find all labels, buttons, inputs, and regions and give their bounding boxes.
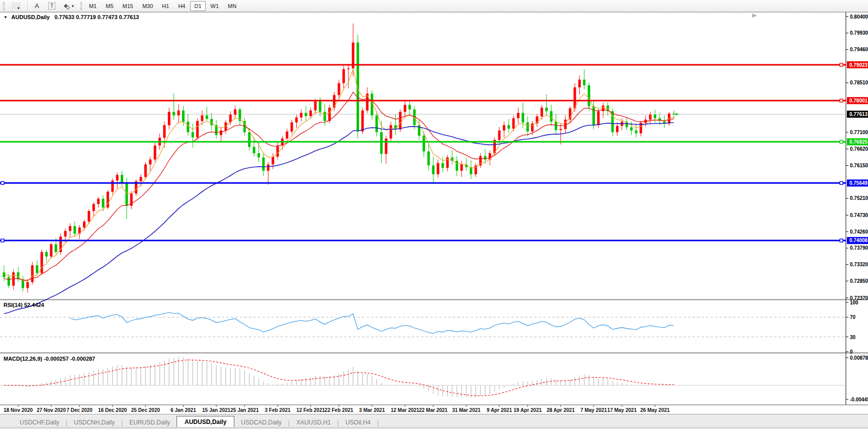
candle-body — [361, 111, 364, 132]
date-tick-label: 27 Nov 2020 — [37, 407, 66, 413]
timeframe-d1-button[interactable]: D1 — [190, 1, 205, 11]
text-label-tool-button[interactable]: T — [44, 1, 60, 11]
date-tick-label: 6 Jan 2021 — [170, 407, 196, 413]
candle-body — [555, 122, 557, 130]
candle-body — [404, 105, 406, 112]
candle-body — [512, 118, 515, 129]
candle-body — [272, 157, 274, 164]
candle-body — [163, 125, 165, 138]
grid-dots-icon: F — [12, 2, 20, 10]
ma-medium-line — [4, 92, 674, 280]
candle-body — [182, 111, 185, 122]
timeframe-m15-button[interactable]: M15 — [119, 1, 137, 11]
rsi-panel: 10070300 — [0, 300, 858, 355]
timeframe-m30-button[interactable]: M30 — [138, 1, 157, 11]
candle-body — [309, 111, 312, 116]
candle-body — [323, 112, 326, 121]
candle-body — [206, 116, 208, 119]
candle-body — [446, 157, 449, 168]
candle-body — [507, 125, 510, 129]
candle-body — [545, 108, 548, 111]
indicators-grid-button[interactable]: F — [8, 1, 24, 11]
candle-body — [376, 116, 378, 132]
toolbar-grip[interactable] — [3, 2, 5, 10]
candle-body — [45, 252, 48, 257]
timeframe-h1-button[interactable]: H1 — [158, 1, 173, 11]
line-handle — [840, 239, 843, 242]
candle-body — [592, 106, 595, 126]
timeframe-w1-button[interactable]: W1 — [207, 1, 223, 11]
candle-body — [220, 131, 222, 135]
horizontal-level-line[interactable]: 0.79023 — [0, 61, 868, 68]
rsi-tick-label: 70 — [850, 314, 856, 320]
date-tick-label: 15 Jan 2021 — [202, 407, 231, 413]
candle-body — [385, 139, 387, 154]
timeframe-h4-button[interactable]: H4 — [174, 1, 189, 11]
date-axis: 18 Nov 202027 Nov 20207 Dec 202016 Dec 2… — [4, 405, 670, 413]
candle-body — [69, 226, 71, 231]
timeframe-mn-button[interactable]: MN — [224, 1, 240, 11]
date-tick-label: 19 Apr 2021 — [513, 407, 542, 413]
candle-body — [635, 131, 637, 134]
panel-borders — [0, 12, 868, 405]
candle-body — [253, 147, 255, 153]
price-tick-label: 0.76150 — [850, 163, 868, 168]
toolbar-grip[interactable] — [80, 2, 82, 10]
date-tick-label: 26 May 2021 — [640, 407, 670, 413]
candle-body — [83, 222, 85, 228]
candle-body — [210, 119, 213, 126]
candle-body — [319, 101, 321, 112]
price-tick-label: 0.80400 — [850, 14, 868, 20]
candle-body — [55, 244, 57, 252]
candle-body — [196, 121, 199, 138]
date-tick-label: 16 Dec 2020 — [98, 407, 127, 413]
candle-body — [8, 277, 10, 286]
price-line-value: 0.78001 — [849, 98, 868, 103]
bid-price-label: 0.77613 — [847, 111, 868, 118]
horizontal-level-line[interactable]: 0.74008 — [0, 237, 868, 244]
candle-body — [328, 108, 331, 121]
chart-canvas[interactable]: 0.804000.799300.794600.785100.771000.766… — [0, 12, 868, 414]
date-tick-label: 3 Feb 2021 — [265, 407, 291, 413]
price-tick-label: 0.76620 — [850, 146, 868, 152]
price-line-value: 0.76825 — [849, 139, 868, 145]
candle-body — [291, 123, 293, 132]
date-tick-label: 12 Mar 2021 — [391, 407, 419, 413]
candle-body — [248, 132, 250, 147]
line-handle — [840, 181, 843, 184]
price-tick-label: 0.74260 — [850, 229, 868, 235]
candle-body — [654, 115, 656, 118]
candle-body — [97, 199, 100, 204]
horizontal-level-line[interactable]: 0.78001 — [0, 97, 868, 104]
candles-layer[interactable] — [3, 24, 678, 293]
date-tick-label: 22 Feb 2021 — [325, 407, 354, 413]
ma-slow-line — [4, 123, 674, 313]
timeframe-m5-button[interactable]: M5 — [102, 1, 117, 11]
candle-body — [437, 163, 439, 174]
candle-body — [41, 252, 43, 273]
rsi-line — [70, 312, 674, 334]
candle-body — [498, 131, 500, 140]
candle-body — [88, 211, 90, 222]
date-tick-label: 18 Nov 2020 — [4, 407, 33, 413]
line-handle — [840, 140, 843, 143]
candle-body — [559, 129, 562, 130]
candle-body — [460, 164, 463, 171]
candle-body — [192, 132, 194, 137]
candle-body — [121, 175, 123, 183]
timeframe-m1-button[interactable]: M1 — [85, 1, 101, 11]
candle-body — [456, 161, 458, 171]
shapes-tool-button[interactable]: ▾ — [60, 1, 78, 11]
candle-body — [442, 163, 444, 168]
candle-body — [527, 123, 529, 132]
date-tick-label: 28 Apr 2021 — [547, 407, 575, 413]
candle-body — [201, 116, 203, 121]
cursor-tool-button[interactable]: A — [31, 1, 43, 11]
horizontal-level-line[interactable]: 0.76825 — [0, 138, 868, 145]
chevron-down-icon: ▾ — [71, 4, 74, 9]
macd-axis-max: 0.008782 — [850, 355, 868, 361]
candle-body — [286, 132, 288, 139]
price-tick-label: 0.74730 — [850, 212, 868, 218]
macd-panel: 0.008782-0.004451 — [0, 355, 868, 402]
horizontal-level-line[interactable]: 0.75649 — [0, 179, 868, 186]
